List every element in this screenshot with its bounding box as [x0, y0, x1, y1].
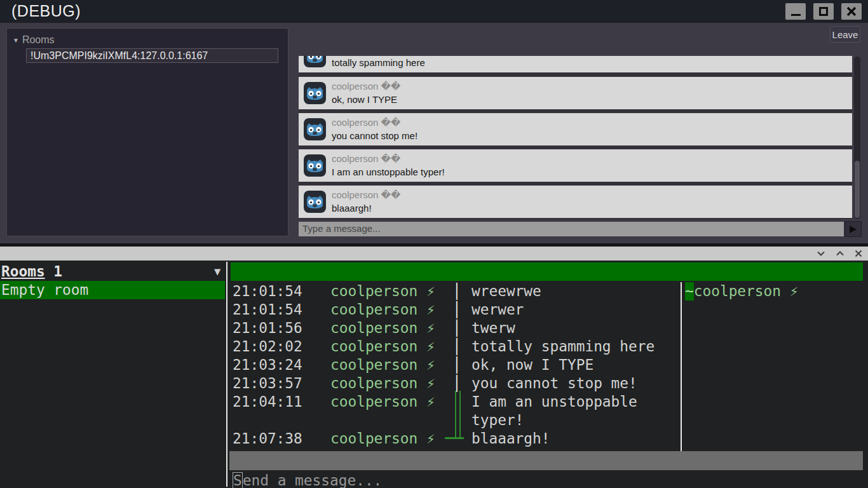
- terminal-chat-line: 21:01:54 coolperson ⚡ │ werwer: [0, 301, 868, 319]
- chat-scrollbar-thumb[interactable]: [855, 161, 860, 218]
- message-author: coolperson ��: [332, 81, 400, 92]
- godot-robot-icon: [304, 82, 326, 104]
- rooms-tree-header[interactable]: ▼ Rooms: [13, 33, 55, 47]
- avatar: [304, 191, 326, 213]
- godot-robot-icon: [304, 154, 326, 177]
- terminal-rooms-count: 1: [53, 263, 62, 280]
- room-tree-item[interactable]: !Um3PCMPI9kziIXMfL4:127.0.0.1:6167: [26, 48, 278, 63]
- terminal-userlist-entry[interactable]: ~coolperson ⚡: [685, 282, 798, 301]
- line-text: ok, now I TYPE: [471, 356, 593, 374]
- message-text: you cannot stop me!: [332, 130, 417, 141]
- user-name: coolperson ⚡: [694, 283, 799, 299]
- leave-button[interactable]: Leave: [830, 26, 860, 43]
- send-icon: [850, 226, 857, 233]
- close-panel-icon[interactable]: [853, 248, 864, 259]
- message-list[interactable]: coolperson �� totally spamming here cool…: [299, 56, 852, 219]
- chevron-up-icon[interactable]: [835, 248, 845, 259]
- line-time: 21:03:57: [233, 374, 302, 393]
- avatar: [304, 154, 326, 177]
- minimize-icon: [791, 14, 801, 16]
- terminal[interactable]: Rooms 1 ▼ Empty room 21:01:54 coolperson…: [0, 261, 868, 488]
- line-author: coolperson ⚡: [330, 393, 435, 411]
- godot-robot-icon: [304, 191, 326, 213]
- maximize-icon: [819, 7, 828, 16]
- line-author: coolperson ⚡: [330, 282, 435, 301]
- message-text: ok, now I TYPE: [332, 94, 397, 105]
- user-power-prefix: ~: [685, 282, 694, 301]
- line-text: totally spamming here: [471, 337, 654, 356]
- line-author: coolperson ⚡: [330, 430, 435, 448]
- line-text: you cannot stop me!: [471, 374, 637, 393]
- terminal-marker-base: [445, 437, 464, 439]
- terminal-marker-indicator: [455, 391, 461, 438]
- line-text: I am an unstoppable: [471, 393, 637, 411]
- line-separator: │: [452, 374, 461, 393]
- line-time: 21:02:02: [233, 337, 302, 356]
- minimize-button[interactable]: [785, 3, 806, 20]
- terminal-chat-line: 21:03:57 coolperson ⚡ │ you cannot stop …: [0, 374, 868, 393]
- message-text: blaaargh!: [332, 203, 372, 214]
- rooms-dropdown-triangle-icon[interactable]: ▼: [214, 262, 220, 281]
- chevron-down-icon[interactable]: [816, 248, 826, 259]
- godot-robot-icon: [304, 118, 326, 140]
- message-card: coolperson �� you cannot stop me!: [299, 113, 852, 146]
- line-text: werwer: [471, 301, 524, 319]
- message-author: coolperson ��: [332, 153, 400, 165]
- line-time: 21:03:24: [233, 356, 302, 374]
- collapse-triangle-icon: ▼: [13, 37, 19, 44]
- avatar: [304, 82, 326, 104]
- terminal-chat-header-bar: [231, 262, 863, 281]
- maximize-button[interactable]: [813, 3, 834, 20]
- message-text: totally spamming here: [332, 57, 425, 68]
- rooms-tree-label: Rooms: [22, 34, 55, 46]
- line-text: typer!: [471, 411, 524, 430]
- line-separator: │: [452, 282, 461, 301]
- line-author: coolperson ⚡: [330, 337, 435, 356]
- terminal-rooms-header: Rooms 1: [1, 262, 62, 281]
- terminal-rooms-title: Rooms: [1, 263, 45, 280]
- chat-message-input[interactable]: Type a message...: [299, 222, 844, 236]
- send-button[interactable]: [844, 221, 862, 237]
- terminal-chat-line: 21:03:24 coolperson ⚡ │ ok, now I TYPE: [0, 356, 868, 374]
- terminal-message-input[interactable]: Send a message...: [233, 471, 382, 488]
- line-separator: │: [452, 301, 461, 319]
- line-author: coolperson ⚡: [330, 319, 435, 337]
- avatar: [304, 56, 326, 67]
- terminal-chat-line: 21:04:11 coolperson ⚡ I am an unstoppabl…: [0, 393, 868, 411]
- line-author: coolperson ⚡: [330, 356, 435, 374]
- avatar: [304, 118, 326, 140]
- line-time: 21:01:54: [233, 282, 302, 301]
- line-separator: │: [452, 337, 461, 356]
- line-text: blaaargh!: [471, 430, 550, 448]
- message-card: coolperson �� blaaargh!: [299, 186, 852, 218]
- terminal-chat-line: 21:01:56 coolperson ⚡ │ twerw: [0, 319, 868, 337]
- terminal-chat-line: typer!: [0, 411, 868, 430]
- line-author: coolperson ⚡: [330, 301, 435, 319]
- line-separator: │: [452, 319, 461, 337]
- message-card: coolperson �� I am an unstoppable typer!: [299, 149, 852, 182]
- window-title: (DEBUG): [11, 2, 81, 20]
- line-separator: │: [452, 356, 461, 374]
- message-author: coolperson ��: [332, 189, 400, 201]
- godot-robot-icon: [304, 56, 326, 67]
- terminal-cursor: S: [233, 472, 243, 488]
- line-time: 21:07:38: [233, 430, 302, 448]
- terminal-input-placeholder: end a message...: [243, 472, 383, 488]
- line-time: 21:04:11: [233, 393, 302, 411]
- line-text: twerw: [471, 319, 515, 337]
- message-author: coolperson ��: [332, 117, 400, 128]
- terminal-status-bar: [229, 451, 863, 470]
- app-main-area: ▼ Rooms !Um3PCMPI9kziIXMfL4:127.0.0.1:61…: [0, 23, 868, 243]
- terminal-chat-line: 21:07:38 coolperson ⚡ blaaargh!: [0, 430, 868, 448]
- terminal-panel-title-bar[interactable]: [0, 247, 868, 261]
- close-button[interactable]: [841, 3, 862, 20]
- line-time: 21:01:54: [233, 301, 302, 319]
- app-title-bar: (DEBUG): [0, 0, 868, 23]
- line-text: wreewrwe: [471, 282, 541, 301]
- close-icon: [846, 6, 857, 17]
- line-author: coolperson ⚡: [330, 374, 435, 393]
- line-time: 21:01:56: [233, 319, 302, 337]
- rooms-tree-panel: ▼ Rooms !Um3PCMPI9kziIXMfL4:127.0.0.1:61…: [6, 28, 288, 236]
- message-text: I am an unstoppable typer!: [332, 166, 445, 177]
- message-card: coolperson �� ok, now I TYPE: [299, 77, 852, 109]
